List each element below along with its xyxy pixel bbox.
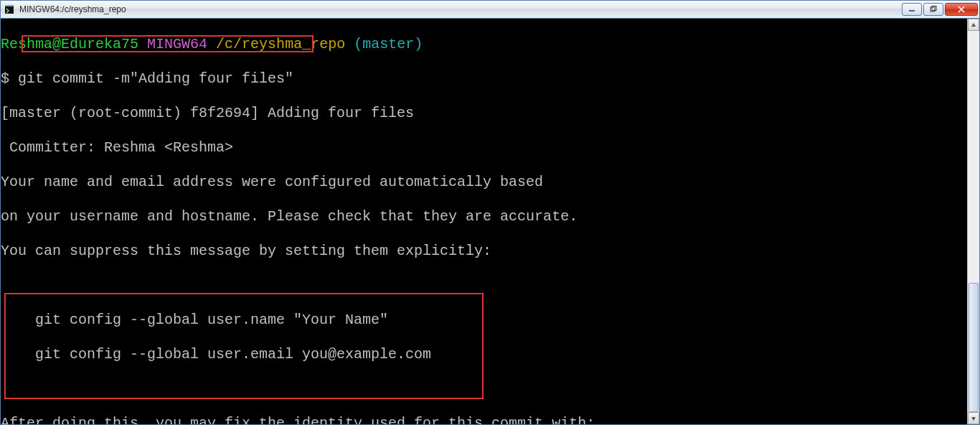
window-titlebar: MINGW64:/c/reyshma_repo [0, 0, 980, 19]
prompt-env: MINGW64 [147, 36, 207, 52]
output-line: Committer: Reshma <Reshma> [1, 139, 967, 157]
svg-rect-4 [932, 6, 936, 11]
output-line: git config --global user.email you@examp… [1, 346, 967, 363]
terminal-window: Reshma@Edureka75 MINGW64 /c/reyshma_repo… [0, 19, 980, 425]
output-line: Your name and email address were configu… [1, 174, 967, 191]
output-line: git config --global user.name "Your Name… [1, 312, 967, 329]
prompt-user: Reshma [1, 36, 52, 52]
prompt-branch: (master) [354, 36, 423, 52]
output-line: on your username and hostname. Please ch… [1, 208, 967, 225]
terminal[interactable]: Reshma@Edureka75 MINGW64 /c/reyshma_repo… [1, 19, 967, 424]
output-line: You can suppress this message by setting… [1, 243, 967, 260]
scroll-down-button[interactable] [968, 412, 979, 424]
svg-marker-8 [971, 417, 976, 421]
output-line: [master (root-commit) f8f2694] Adding fo… [1, 105, 967, 122]
window-title: MINGW64:/c/reyshma_repo [18, 4, 900, 14]
close-button[interactable] [945, 3, 978, 16]
scroll-thumb[interactable] [969, 283, 979, 412]
prompt-path: /c/reyshma_repo [216, 36, 345, 52]
svg-marker-7 [971, 23, 976, 27]
maximize-button[interactable] [923, 3, 943, 16]
command-text: git commit -m"Adding four files" [18, 70, 293, 87]
prompt-host: Edureka75 [61, 36, 138, 52]
vertical-scrollbar[interactable] [967, 19, 979, 424]
output-line: After doing this, you may fix the identi… [1, 415, 967, 424]
app-icon [4, 4, 15, 15]
prompt-symbol: $ [1, 70, 9, 87]
svg-rect-3 [930, 7, 935, 11]
scroll-track[interactable] [968, 31, 979, 412]
svg-rect-1 [5, 5, 14, 6]
minimize-button[interactable] [902, 3, 922, 16]
window-buttons [900, 3, 978, 16]
scroll-up-button[interactable] [968, 19, 979, 31]
